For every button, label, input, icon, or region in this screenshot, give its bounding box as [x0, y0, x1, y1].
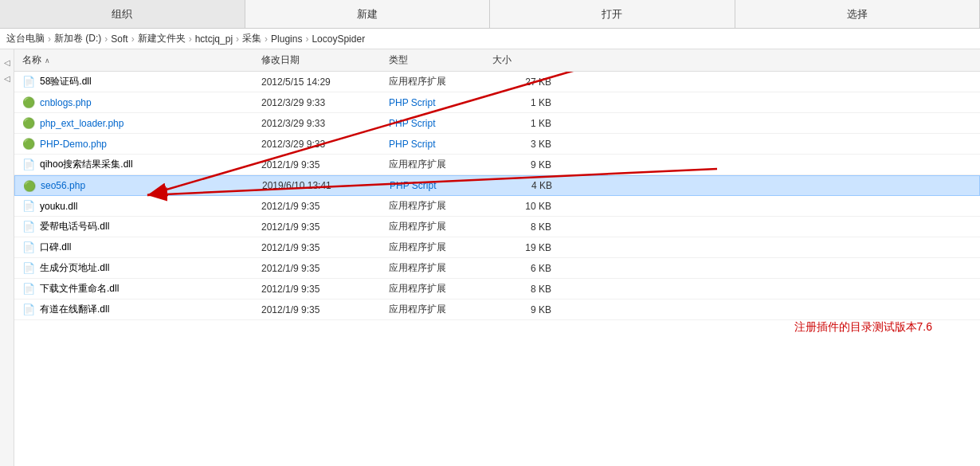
table-row[interactable]: 📄 有道在线翻译.dll 2012/1/9 9:35 应用程序扩展 9 KB — [14, 300, 980, 320]
breadcrumb-sep-4: › — [236, 33, 239, 45]
file-rows: 📄 58验证码.dll 2012/5/15 14:29 应用程序扩展 27 KB… — [14, 72, 980, 320]
file-name-cell: 📄 爱帮电话号码.dll — [18, 220, 257, 233]
breadcrumb-item-7[interactable]: LocoySpider — [312, 33, 365, 45]
col-header-size[interactable]: 大小 — [488, 53, 567, 67]
file-date: 2019/6/10 13:41 — [257, 180, 385, 191]
file-size: 3 KB — [488, 139, 567, 150]
table-row[interactable]: 📄 下载文件重命名.dll 2012/1/9 9:35 应用程序扩展 8 KB — [14, 279, 980, 300]
file-date: 2012/3/29 9:33 — [257, 139, 384, 150]
table-row[interactable]: 📄 生成分页地址.dll 2012/1/9 9:35 应用程序扩展 6 KB — [14, 258, 980, 279]
file-icon: 🟢 — [22, 138, 35, 151]
file-name-text: qihoo搜索结果采集.dll — [40, 158, 133, 171]
table-row[interactable]: 📄 youku.dll 2012/1/9 9:35 应用程序扩展 10 KB — [14, 196, 980, 217]
breadcrumb-item-6[interactable]: Plugins — [271, 33, 302, 45]
file-name-cell: 📄 youku.dll — [18, 200, 257, 213]
breadcrumb-sep-1: › — [104, 33, 108, 45]
breadcrumb-sep-0: › — [48, 33, 51, 45]
file-name-cell: 📄 下载文件重命名.dll — [18, 282, 257, 296]
file-date: 2012/1/9 9:35 — [257, 304, 384, 315]
file-name-text: 口碑.dll — [40, 241, 71, 254]
file-date: 2012/5/15 14:29 — [257, 76, 384, 88]
file-icon: 📄 — [22, 241, 35, 254]
breadcrumb-item-2[interactable]: Soft — [111, 33, 127, 45]
file-type: 应用程序扩展 — [384, 303, 488, 316]
table-row[interactable]: 📄 qihoo搜索结果采集.dll 2012/1/9 9:35 应用程序扩展 9… — [14, 155, 980, 175]
file-type: 应用程序扩展 — [384, 220, 488, 233]
file-name-cell: 📄 qihoo搜索结果采集.dll — [18, 158, 257, 171]
breadcrumb: 这台电脑 › 新加卷 (D:) › Soft › 新建文件夹 › hctcjq_… — [0, 29, 980, 49]
breadcrumb-item-5[interactable]: 采集 — [242, 32, 261, 45]
col-header-date[interactable]: 修改日期 — [257, 53, 384, 67]
toolbar-new[interactable]: 新建 — [245, 0, 491, 28]
breadcrumb-item-4[interactable]: hctcjq_pj — [195, 33, 233, 45]
file-date: 2012/1/9 9:35 — [257, 201, 384, 212]
file-type: 应用程序扩展 — [384, 282, 488, 296]
toolbar-organize[interactable]: 组织 — [0, 0, 245, 28]
table-row[interactable]: 🟢 cnblogs.php 2012/3/29 9:33 PHP Script … — [14, 92, 980, 113]
table-row[interactable]: 🟢 php_ext_loader.php 2012/3/29 9:33 PHP … — [14, 113, 980, 134]
toolbar-select[interactable]: 选择 — [735, 0, 981, 28]
file-name-cell: 📄 生成分页地址.dll — [18, 261, 257, 275]
breadcrumb-sep-2: › — [131, 33, 135, 45]
file-name-text: PHP-Demo.php — [40, 139, 107, 150]
main-content: ◁ ◁ 名称 ∧ 修改日期 类型 大小 📄 58验证码.dll — [0, 49, 980, 466]
table-row[interactable]: 📄 爱帮电话号码.dll 2012/1/9 9:35 应用程序扩展 8 KB — [14, 217, 980, 237]
file-size: 19 KB — [488, 242, 567, 253]
col-header-type[interactable]: 类型 — [384, 53, 488, 67]
nav-arrow-up[interactable]: ◁ — [2, 57, 12, 67]
file-icon: 📄 — [22, 262, 35, 275]
left-sidebar: ◁ ◁ — [0, 49, 14, 466]
table-row[interactable]: 📄 口碑.dll 2012/1/9 9:35 应用程序扩展 19 KB — [14, 237, 980, 258]
file-name-text: php_ext_loader.php — [40, 118, 123, 129]
file-icon: 📄 — [22, 283, 35, 296]
file-name-cell: 📄 58验证码.dll — [18, 75, 257, 88]
file-date: 2012/3/29 9:33 — [257, 97, 384, 108]
file-icon: 🟢 — [23, 179, 36, 192]
file-icon: 📄 — [22, 76, 35, 88]
breadcrumb-sep-5: › — [265, 33, 268, 45]
file-date: 2012/1/9 9:35 — [257, 159, 384, 170]
file-size: 27 KB — [488, 76, 567, 88]
file-type: 应用程序扩展 — [384, 261, 488, 275]
file-name-cell: 📄 口碑.dll — [18, 241, 257, 254]
file-type: 应用程序扩展 — [384, 75, 488, 88]
file-list-container[interactable]: 名称 ∧ 修改日期 类型 大小 📄 58验证码.dll 2012/5/15 14… — [14, 49, 980, 466]
file-name-cell: 🟢 PHP-Demo.php — [18, 138, 257, 151]
file-type: 应用程序扩展 — [384, 241, 488, 254]
toolbar: 组织 新建 打开 选择 — [0, 0, 980, 29]
breadcrumb-sep-6: › — [305, 33, 308, 45]
table-row[interactable]: 🟢 PHP-Demo.php 2012/3/29 9:33 PHP Script… — [14, 134, 980, 155]
file-size: 8 KB — [488, 284, 567, 295]
file-date: 2012/1/9 9:35 — [257, 284, 384, 295]
file-date: 2012/1/9 9:35 — [257, 221, 384, 233]
file-name-cell: 🟢 seo56.php — [18, 179, 257, 192]
file-name-text: seo56.php — [41, 180, 85, 191]
breadcrumb-item-3[interactable]: 新建文件夹 — [138, 32, 186, 45]
file-name-cell: 🟢 cnblogs.php — [18, 96, 257, 109]
file-icon: 📄 — [22, 200, 35, 213]
file-icon: 📄 — [22, 159, 35, 171]
file-type: PHP Script — [384, 139, 488, 150]
file-date: 2012/1/9 9:35 — [257, 263, 384, 274]
breadcrumb-item-1[interactable]: 新加卷 (D:) — [54, 32, 101, 45]
file-type: PHP Script — [384, 97, 488, 108]
file-name-text: 生成分页地址.dll — [40, 261, 109, 275]
table-row[interactable]: 📄 58验证码.dll 2012/5/15 14:29 应用程序扩展 27 KB — [14, 72, 980, 92]
file-size: 10 KB — [488, 201, 567, 212]
toolbar-open[interactable]: 打开 — [490, 0, 735, 28]
file-type: 应用程序扩展 — [384, 199, 488, 213]
file-type: PHP Script — [384, 118, 488, 129]
sort-arrow-name: ∧ — [45, 57, 50, 65]
nav-arrow-down[interactable]: ◁ — [2, 73, 12, 83]
breadcrumb-item-0[interactable]: 这台电脑 — [6, 32, 45, 45]
file-type: 应用程序扩展 — [384, 158, 488, 171]
file-name-text: 爱帮电话号码.dll — [40, 220, 109, 233]
col-header-name[interactable]: 名称 ∧ — [18, 53, 257, 67]
file-date: 2012/1/9 9:35 — [257, 242, 384, 253]
file-icon: 🟢 — [22, 96, 35, 109]
file-size: 4 KB — [488, 180, 568, 191]
file-icon: 📄 — [22, 221, 35, 233]
file-type: PHP Script — [385, 180, 488, 191]
file-list-header: 名称 ∧ 修改日期 类型 大小 — [14, 49, 980, 72]
table-row[interactable]: 🟢 seo56.php 2019/6/10 13:41 PHP Script 4… — [14, 175, 980, 196]
